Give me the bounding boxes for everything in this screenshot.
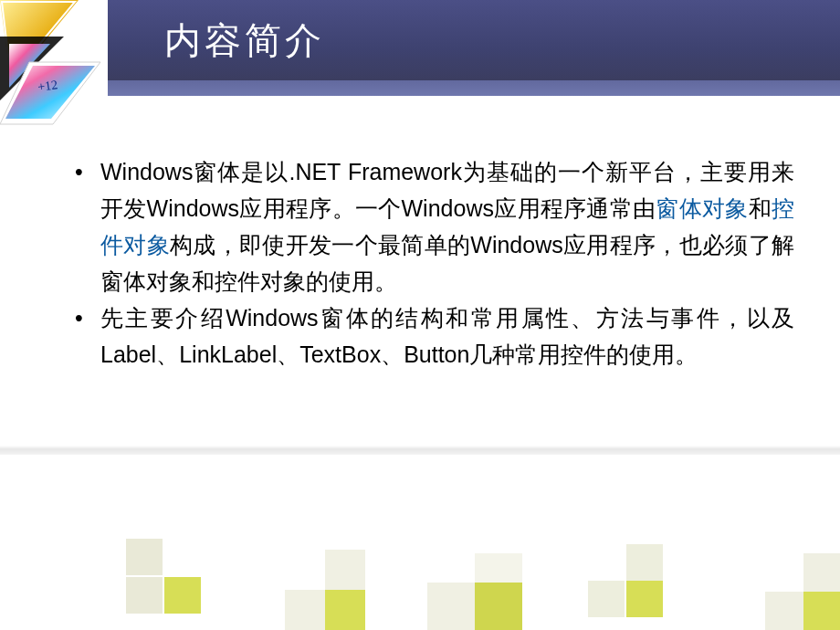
title-bar: 内容简介 [0,0,840,121]
pixel-square [126,577,163,614]
slide-title: 内容简介 [108,16,325,66]
pixel-square [765,592,803,630]
pixel-square [126,539,163,575]
pixel-square [325,590,365,630]
pixel-square [0,583,47,630]
pixel-square [626,544,663,581]
body-text: 构成，即使开发一个最简单的Windows应用程序，也必须了解窗体对象和控件对象的… [100,232,794,294]
pixel-square [427,583,475,630]
body-text: 和 [749,195,772,221]
footer-decoration [0,438,840,630]
pixel-square [325,550,365,590]
highlight-text: 窗体对象 [656,195,748,221]
pixel-square [164,577,201,614]
pixel-square [803,553,840,592]
slide-body: Windows窗体是以.NET Framework为基础的一个新平台，主要用来开… [64,153,794,373]
footer-gradient-band [0,446,840,455]
title-strip: 内容简介 [108,0,840,80]
bullet-list: Windows窗体是以.NET Framework为基础的一个新平台，主要用来开… [64,153,794,373]
pixel-square [475,553,522,583]
bullet-item: Windows窗体是以.NET Framework为基础的一个新平台，主要用来开… [64,153,794,299]
pixel-square [803,592,840,630]
pixel-square [475,583,522,630]
pixel-square [588,581,625,617]
bullet-item: 先主要介绍Windows窗体的结构和常用属性、方法与事件，以及Label、Lin… [64,299,794,373]
pixel-square [285,590,325,630]
body-text: 先主要介绍Windows窗体的结构和常用属性、方法与事件，以及Label、Lin… [100,305,794,367]
pixel-square [626,581,663,617]
